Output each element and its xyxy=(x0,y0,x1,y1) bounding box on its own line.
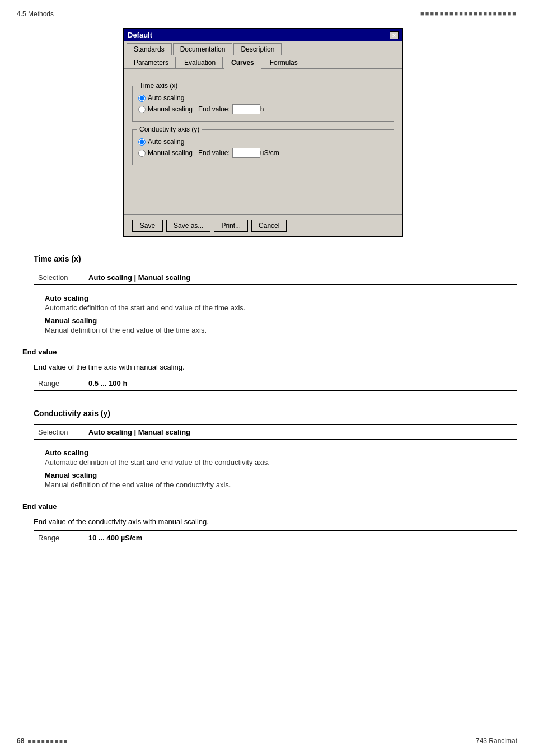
close-button[interactable]: × xyxy=(390,31,399,39)
time-axis-heading: Time axis (x) xyxy=(34,254,517,263)
time-axis-table: Selection Auto scaling | Manual scaling xyxy=(34,270,517,285)
auto-scaling-label: Auto scaling xyxy=(148,94,184,102)
end-value-time-table: Range 0.5 ... 100 h xyxy=(34,376,517,391)
tab-evaluation[interactable]: Evaluation xyxy=(177,57,223,68)
conductivity-axis-legend: Conductivity axis (y) xyxy=(137,125,202,133)
cond-manual-scaling-title: Manual scaling xyxy=(45,471,517,479)
end-value-cond-table: Range 10 ... 400 µS/cm xyxy=(34,530,517,545)
cond-manual-scaling-radio[interactable] xyxy=(138,150,146,157)
cond-range-label: Range xyxy=(34,531,84,545)
time-axis-legend: Time axis (x) xyxy=(137,82,180,90)
dialog-box: Default × Standards Documentation Descri… xyxy=(123,28,403,237)
tab-parameters[interactable]: Parameters xyxy=(127,57,176,68)
cond-selection-value: Auto scaling | Manual scaling xyxy=(84,425,517,440)
time-end-value-input[interactable] xyxy=(232,104,260,114)
auto-scaling-subsection: Auto scaling Automatic definition of the… xyxy=(45,294,517,312)
save-button[interactable]: Save xyxy=(132,220,163,232)
cond-manual-scaling-row: Manual scaling End value: uS/cm xyxy=(138,148,388,158)
conductivity-axis-group: Conductivity axis (y) Auto scaling Manua… xyxy=(132,129,394,165)
range-label: Range xyxy=(34,376,84,391)
end-value-label: End value: xyxy=(198,105,230,113)
header-decoration: ■■■■■■■■■■■■■■■■■■■■ xyxy=(420,10,517,18)
cond-auto-scaling-radio[interactable] xyxy=(138,138,146,146)
footer-left: 68 ■■■■■■■■■ xyxy=(17,737,68,745)
end-value-conductivity-section: End value End value of the conductivity … xyxy=(34,502,517,545)
table-row: Selection Auto scaling | Manual scaling xyxy=(34,425,517,440)
conductivity-axis-heading: Conductivity axis (y) xyxy=(34,409,517,418)
cond-end-value-label: End value: xyxy=(198,149,230,157)
dialog-title: Default xyxy=(128,31,152,39)
doc-section: Time axis (x) Selection Auto scaling | M… xyxy=(0,237,534,566)
selection-label: Selection xyxy=(34,270,84,285)
auto-scaling-title: Auto scaling xyxy=(45,294,517,302)
tabs-row-2: Parameters Evaluation Curves Formulas xyxy=(124,55,402,69)
page-number: 68 xyxy=(17,737,24,745)
page-footer: 68 ■■■■■■■■■ 743 Rancimat xyxy=(0,737,534,745)
cond-auto-scaling-label: Auto scaling xyxy=(148,138,184,146)
print-button[interactable]: Print... xyxy=(214,220,248,232)
tab-standards[interactable]: Standards xyxy=(127,43,172,55)
time-axis-section: Time axis (x) Selection Auto scaling | M… xyxy=(34,254,517,334)
conductivity-axis-section: Conductivity axis (y) Selection Auto sca… xyxy=(34,409,517,489)
cond-selection-label: Selection xyxy=(34,425,84,440)
tab-description[interactable]: Description xyxy=(233,43,282,55)
table-row: Range 0.5 ... 100 h xyxy=(34,376,517,391)
manual-scaling-subsection: Manual scaling Manual definition of the … xyxy=(45,316,517,334)
footer-right-text: 743 Rancimat xyxy=(476,737,517,745)
range-value: 0.5 ... 100 h xyxy=(84,376,517,391)
cond-auto-scaling-subsection: Auto scaling Automatic definition of the… xyxy=(45,449,517,466)
manual-scaling-label: Manual scaling xyxy=(148,105,193,113)
table-row: Range 10 ... 400 µS/cm xyxy=(34,531,517,545)
manual-scaling-title: Manual scaling xyxy=(45,316,517,325)
manual-scaling-row: Manual scaling End value: h xyxy=(138,104,388,114)
auto-scaling-radio[interactable] xyxy=(138,95,146,102)
cond-auto-scaling-text: Automatic definition of the start and en… xyxy=(45,458,517,466)
manual-scaling-text: Manual definition of the end value of th… xyxy=(45,326,517,334)
selection-value: Auto scaling | Manual scaling xyxy=(84,270,517,285)
end-value-time-heading: End value xyxy=(22,348,517,356)
auto-scaling-row: Auto scaling xyxy=(138,94,388,102)
cond-auto-scaling-row: Auto scaling xyxy=(138,138,388,146)
section-label: 4.5 Methods xyxy=(17,10,54,18)
time-unit-label: h xyxy=(260,105,264,113)
manual-scaling-radio[interactable] xyxy=(138,106,146,113)
conductivity-axis-table: Selection Auto scaling | Manual scaling xyxy=(34,424,517,440)
tab-curves[interactable]: Curves xyxy=(224,57,261,69)
page-header: 4.5 Methods ■■■■■■■■■■■■■■■■■■■■ xyxy=(0,0,534,22)
header-dot: ■■■■■■■■■■■■■■■■■■■■ xyxy=(420,10,517,18)
table-row: Selection Auto scaling | Manual scaling xyxy=(34,270,517,285)
auto-scaling-text: Automatic definition of the start and en… xyxy=(45,304,517,312)
save-as-button[interactable]: Save as... xyxy=(166,220,210,232)
cond-end-value-input[interactable] xyxy=(232,148,260,158)
footer-dots: ■■■■■■■■■ xyxy=(27,738,68,744)
cond-manual-scaling-subsection: Manual scaling Manual definition of the … xyxy=(45,471,517,489)
cond-unit-label: uS/cm xyxy=(260,149,279,157)
end-value-time-text: End value of the time axis with manual s… xyxy=(34,363,517,371)
cond-manual-scaling-label: Manual scaling xyxy=(148,149,193,157)
cancel-button[interactable]: Cancel xyxy=(251,220,287,232)
cond-range-value: 10 ... 400 µS/cm xyxy=(84,531,517,545)
tab-documentation[interactable]: Documentation xyxy=(173,43,233,55)
end-value-cond-text: End value of the conductivity axis with … xyxy=(34,517,517,526)
time-axis-group: Time axis (x) Auto scaling Manual scalin… xyxy=(132,86,394,122)
dialog-content: Time axis (x) Auto scaling Manual scalin… xyxy=(124,69,402,214)
cond-manual-scaling-text: Manual definition of the end value of th… xyxy=(45,480,517,489)
dialog-container: Default × Standards Documentation Descri… xyxy=(123,28,403,237)
tabs-row-1: Standards Documentation Description xyxy=(124,41,402,55)
footer-dot: ■■■■■■■■■ xyxy=(27,738,68,744)
dialog-buttons: Save Save as... Print... Cancel xyxy=(124,214,402,236)
end-value-time-section: End value End value of the time axis wit… xyxy=(34,348,517,391)
dialog-titlebar: Default × xyxy=(124,29,402,41)
end-value-cond-heading: End value xyxy=(22,502,517,511)
tab-formulas[interactable]: Formulas xyxy=(263,57,305,68)
cond-auto-scaling-title: Auto scaling xyxy=(45,449,517,457)
